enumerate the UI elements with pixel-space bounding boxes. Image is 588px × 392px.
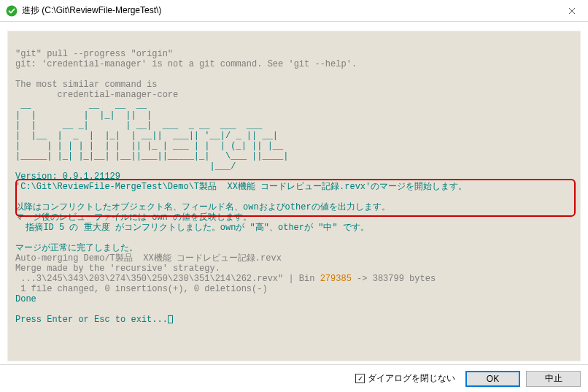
bin-old-size: 279385	[320, 274, 352, 284]
cancel-button-label: 中止	[545, 372, 562, 385]
checkmark-glyph: ✓	[357, 375, 363, 383]
prompt-text: Press Enter or Esc to exit...	[15, 315, 168, 325]
ascii-art-line: | | | | | | | | || |_ | ___ | | | (_| ||…	[15, 141, 283, 151]
svg-point-0	[7, 5, 18, 16]
console-line: 'C:\Git\ReviewFile-MergeTest\Demo\T製品 XX…	[15, 182, 467, 192]
console-line: 1 file changed, 0 insertions(+), 0 delet…	[15, 284, 268, 294]
titlebar: 進捗 (C:\Git\ReviewFile-MergeTest\)	[0, 0, 588, 22]
console-line: Done	[15, 294, 36, 304]
console-prompt-line: Press Enter or Esc to exit...	[15, 315, 173, 325]
window-close-button[interactable]	[555, 0, 588, 22]
conflict-line: 以降はコンフリクトしたオブジェクト名、フィールド名、ownおよびotherの値を…	[15, 202, 390, 212]
check-circle-icon	[6, 5, 18, 17]
ascii-art-line: | |__ | _ | |_| | __|| ___|| '__|/ _ || …	[15, 131, 278, 141]
console-line: git: 'credential-manager' is not a git c…	[15, 59, 357, 69]
conflict-line: マージ後のレビューファイルには own の値を反映します。	[15, 212, 252, 223]
keep-dialog-open-label: ダイアログを閉じない	[368, 372, 455, 385]
ascii-art-line: |___/	[15, 161, 236, 172]
ok-button[interactable]: OK	[465, 371, 520, 387]
close-icon	[568, 5, 576, 17]
console-line: マージが正常に完了しました。	[15, 243, 138, 253]
ascii-art-line: |_____| |_| |_|__| |__||___||_____|_| \_…	[15, 151, 288, 161]
cancel-button[interactable]: 中止	[526, 371, 581, 387]
bin-suffix: -> 383799 bytes	[352, 274, 436, 284]
console-line: Merge made by the 'recursive' strategy.	[15, 264, 220, 274]
cursor-icon	[168, 315, 173, 323]
ascii-art-line: | | | |_| || |	[15, 110, 152, 120]
keep-dialog-open-checkbox[interactable]: ✓ ダイアログを閉じない	[355, 372, 455, 385]
console-line: credential-manager-core	[15, 90, 178, 100]
conflict-line: 指摘ID 5 の 重大度 がコンフリクトしました。ownが "高"、otherが…	[15, 223, 369, 233]
console-line: The most similar command is	[15, 80, 157, 90]
ok-button-label: OK	[487, 374, 499, 384]
console-line: ...3\245\343\203\274\350\250\230\351\214…	[15, 274, 436, 284]
ascii-art-line: | | __ _| | __| ___ _ __ ___ ___	[15, 120, 262, 131]
ascii-art-line: __ __ __ __	[15, 100, 147, 110]
dialog-footer: ✓ ダイアログを閉じない OK 中止	[0, 364, 588, 392]
console-line: "git" pull --progress "origin"	[15, 49, 173, 59]
bin-prefix: ...3\245\343\203\274\350\250\230\351\214…	[15, 274, 320, 284]
console-line: Version: 0.9.1.21129	[15, 172, 120, 182]
window-title: 進捗 (C:\Git\ReviewFile-MergeTest\)	[22, 4, 582, 17]
console-output: "git" pull --progress "origin" git: 'cre…	[7, 31, 581, 361]
console-line: Auto-merging Demo/T製品 XX機能 コードレビュー記録.rev…	[15, 253, 282, 264]
checkbox-icon: ✓	[355, 374, 365, 383]
